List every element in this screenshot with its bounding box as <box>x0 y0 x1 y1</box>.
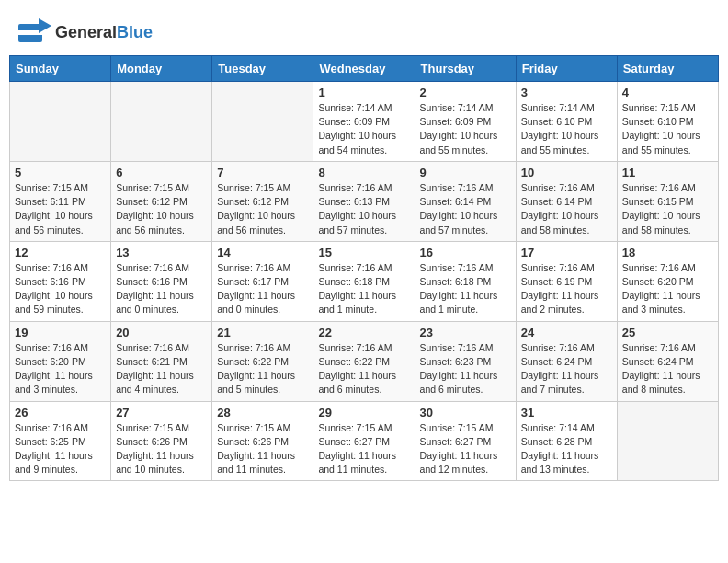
day-number: 5 <box>15 166 106 179</box>
calendar-cell: 30Sunrise: 7:15 AM Sunset: 6:27 PM Dayli… <box>415 401 516 481</box>
day-number: 12 <box>15 246 106 259</box>
calendar-week-row: 19Sunrise: 7:16 AM Sunset: 6:20 PM Dayli… <box>10 321 719 401</box>
header: GeneralBlue <box>9 9 719 51</box>
day-info: Sunrise: 7:16 AM Sunset: 6:16 PM Dayligh… <box>116 261 207 317</box>
day-number: 18 <box>622 246 713 259</box>
logo-general: General <box>55 23 117 42</box>
calendar-cell: 4Sunrise: 7:15 AM Sunset: 6:10 PM Daylig… <box>617 82 718 162</box>
weekday-thursday: Thursday <box>415 56 516 82</box>
day-info: Sunrise: 7:16 AM Sunset: 6:24 PM Dayligh… <box>622 341 713 397</box>
day-info: Sunrise: 7:16 AM Sunset: 6:24 PM Dayligh… <box>521 341 612 397</box>
calendar-cell: 22Sunrise: 7:16 AM Sunset: 6:22 PM Dayli… <box>313 321 415 401</box>
calendar-cell: 5Sunrise: 7:15 AM Sunset: 6:11 PM Daylig… <box>10 161 111 241</box>
day-number: 14 <box>217 246 308 259</box>
calendar-cell: 13Sunrise: 7:16 AM Sunset: 6:16 PM Dayli… <box>111 241 212 321</box>
weekday-friday: Friday <box>516 56 617 82</box>
day-info: Sunrise: 7:16 AM Sunset: 6:20 PM Dayligh… <box>622 261 713 317</box>
day-info: Sunrise: 7:16 AM Sunset: 6:18 PM Dayligh… <box>318 261 409 317</box>
calendar-cell: 23Sunrise: 7:16 AM Sunset: 6:23 PM Dayli… <box>415 321 516 401</box>
calendar-cell: 21Sunrise: 7:16 AM Sunset: 6:22 PM Dayli… <box>212 321 313 401</box>
day-number: 11 <box>622 166 713 179</box>
day-number: 31 <box>521 406 612 419</box>
weekday-tuesday: Tuesday <box>212 56 313 82</box>
day-number: 28 <box>217 406 308 419</box>
calendar-cell: 11Sunrise: 7:16 AM Sunset: 6:15 PM Dayli… <box>617 161 718 241</box>
day-info: Sunrise: 7:16 AM Sunset: 6:22 PM Dayligh… <box>318 341 409 397</box>
calendar-cell: 28Sunrise: 7:15 AM Sunset: 6:26 PM Dayli… <box>212 401 313 481</box>
calendar-cell: 25Sunrise: 7:16 AM Sunset: 6:24 PM Dayli… <box>617 321 718 401</box>
weekday-header-row: SundayMondayTuesdayWednesdayThursdayFrid… <box>10 56 719 82</box>
day-info: Sunrise: 7:15 AM Sunset: 6:10 PM Dayligh… <box>622 101 713 157</box>
calendar-cell: 15Sunrise: 7:16 AM Sunset: 6:18 PM Dayli… <box>313 241 415 321</box>
calendar-cell: 26Sunrise: 7:16 AM Sunset: 6:25 PM Dayli… <box>10 401 111 481</box>
day-info: Sunrise: 7:14 AM Sunset: 6:10 PM Dayligh… <box>521 101 612 157</box>
day-number: 20 <box>116 326 207 339</box>
calendar-cell: 6Sunrise: 7:15 AM Sunset: 6:12 PM Daylig… <box>111 161 212 241</box>
calendar-cell: 14Sunrise: 7:16 AM Sunset: 6:17 PM Dayli… <box>212 241 313 321</box>
day-number: 22 <box>318 326 409 339</box>
day-number: 13 <box>116 246 207 259</box>
day-number: 2 <box>420 86 511 99</box>
calendar-cell: 9Sunrise: 7:16 AM Sunset: 6:14 PM Daylig… <box>415 161 516 241</box>
day-info: Sunrise: 7:16 AM Sunset: 6:19 PM Dayligh… <box>521 261 612 317</box>
day-number: 29 <box>318 406 409 419</box>
day-info: Sunrise: 7:16 AM Sunset: 6:17 PM Dayligh… <box>217 261 308 317</box>
day-info: Sunrise: 7:15 AM Sunset: 6:12 PM Dayligh… <box>116 181 207 237</box>
day-info: Sunrise: 7:16 AM Sunset: 6:25 PM Dayligh… <box>15 421 106 477</box>
calendar-cell: 31Sunrise: 7:14 AM Sunset: 6:28 PM Dayli… <box>516 401 617 481</box>
calendar-cell: 17Sunrise: 7:16 AM Sunset: 6:19 PM Dayli… <box>516 241 617 321</box>
calendar-cell: 16Sunrise: 7:16 AM Sunset: 6:18 PM Dayli… <box>415 241 516 321</box>
day-number: 23 <box>420 326 511 339</box>
calendar: SundayMondayTuesdayWednesdayThursdayFrid… <box>9 55 719 481</box>
calendar-cell: 27Sunrise: 7:15 AM Sunset: 6:26 PM Dayli… <box>111 401 212 481</box>
calendar-cell: 3Sunrise: 7:14 AM Sunset: 6:10 PM Daylig… <box>516 82 617 162</box>
day-number: 6 <box>116 166 207 179</box>
day-info: Sunrise: 7:16 AM Sunset: 6:16 PM Dayligh… <box>15 261 106 317</box>
day-info: Sunrise: 7:16 AM Sunset: 6:14 PM Dayligh… <box>521 181 612 237</box>
weekday-saturday: Saturday <box>617 56 718 82</box>
day-number: 19 <box>15 326 106 339</box>
svg-marker-2 <box>39 18 51 33</box>
logo-blue: Blue <box>117 23 153 42</box>
calendar-week-row: 5Sunrise: 7:15 AM Sunset: 6:11 PM Daylig… <box>10 161 719 241</box>
day-info: Sunrise: 7:16 AM Sunset: 6:15 PM Dayligh… <box>622 181 713 237</box>
calendar-cell: 7Sunrise: 7:15 AM Sunset: 6:12 PM Daylig… <box>212 161 313 241</box>
day-number: 10 <box>521 166 612 179</box>
day-number: 3 <box>521 86 612 99</box>
day-info: Sunrise: 7:14 AM Sunset: 6:09 PM Dayligh… <box>420 101 511 157</box>
weekday-sunday: Sunday <box>10 56 111 82</box>
calendar-cell <box>212 82 313 162</box>
day-info: Sunrise: 7:15 AM Sunset: 6:27 PM Dayligh… <box>420 421 511 477</box>
logo: GeneralBlue <box>18 18 153 46</box>
day-info: Sunrise: 7:15 AM Sunset: 6:26 PM Dayligh… <box>116 421 207 477</box>
day-number: 27 <box>116 406 207 419</box>
calendar-cell: 29Sunrise: 7:15 AM Sunset: 6:27 PM Dayli… <box>313 401 415 481</box>
day-number: 21 <box>217 326 308 339</box>
day-info: Sunrise: 7:16 AM Sunset: 6:21 PM Dayligh… <box>116 341 207 397</box>
day-number: 15 <box>318 246 409 259</box>
calendar-cell: 19Sunrise: 7:16 AM Sunset: 6:20 PM Dayli… <box>10 321 111 401</box>
calendar-cell: 12Sunrise: 7:16 AM Sunset: 6:16 PM Dayli… <box>10 241 111 321</box>
day-info: Sunrise: 7:14 AM Sunset: 6:09 PM Dayligh… <box>318 101 409 157</box>
day-number: 1 <box>318 86 409 99</box>
weekday-wednesday: Wednesday <box>313 56 415 82</box>
weekday-monday: Monday <box>111 56 212 82</box>
day-number: 9 <box>420 166 511 179</box>
day-number: 25 <box>622 326 713 339</box>
calendar-cell: 2Sunrise: 7:14 AM Sunset: 6:09 PM Daylig… <box>415 82 516 162</box>
day-info: Sunrise: 7:15 AM Sunset: 6:12 PM Dayligh… <box>217 181 308 237</box>
calendar-cell: 1Sunrise: 7:14 AM Sunset: 6:09 PM Daylig… <box>313 82 415 162</box>
day-number: 7 <box>217 166 308 179</box>
day-info: Sunrise: 7:15 AM Sunset: 6:26 PM Dayligh… <box>217 421 308 477</box>
day-info: Sunrise: 7:16 AM Sunset: 6:14 PM Dayligh… <box>420 181 511 237</box>
day-info: Sunrise: 7:16 AM Sunset: 6:22 PM Dayligh… <box>217 341 308 397</box>
day-info: Sunrise: 7:16 AM Sunset: 6:20 PM Dayligh… <box>15 341 106 397</box>
day-info: Sunrise: 7:14 AM Sunset: 6:28 PM Dayligh… <box>521 421 612 477</box>
day-number: 4 <box>622 86 713 99</box>
day-number: 24 <box>521 326 612 339</box>
day-number: 17 <box>521 246 612 259</box>
calendar-cell: 18Sunrise: 7:16 AM Sunset: 6:20 PM Dayli… <box>617 241 718 321</box>
day-info: Sunrise: 7:16 AM Sunset: 6:18 PM Dayligh… <box>420 261 511 317</box>
calendar-cell <box>10 82 111 162</box>
day-info: Sunrise: 7:15 AM Sunset: 6:11 PM Dayligh… <box>15 181 106 237</box>
